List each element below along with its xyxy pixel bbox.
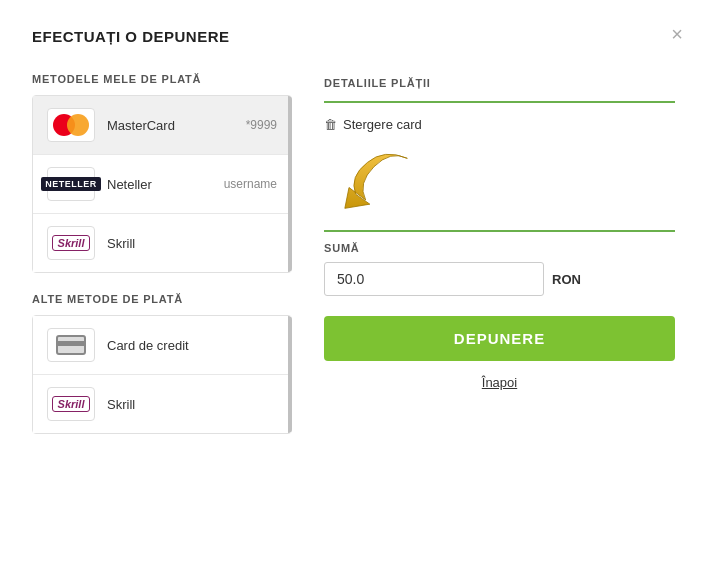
- mastercard-detail: *9999: [246, 118, 277, 132]
- neteller-name: Neteller: [107, 177, 224, 192]
- back-link[interactable]: Înapoi: [324, 375, 675, 390]
- close-button[interactable]: ×: [671, 24, 683, 44]
- skrill2-name: Skrill: [107, 397, 277, 412]
- mc-circle-right: [67, 114, 89, 136]
- arrow-area: [324, 140, 675, 210]
- suma-label: SUMĂ: [324, 230, 675, 254]
- payment-item-neteller[interactable]: NETELLER Neteller username: [33, 155, 291, 214]
- neteller-icon-wrapper: NETELLER: [47, 167, 95, 201]
- my-methods-label: METODELE MELE DE PLATĂ: [32, 73, 292, 85]
- modal-container: × EFECTUAȚI O DEPUNERE METODELE MELE DE …: [0, 0, 707, 578]
- payment-item-skrill[interactable]: Skrill Skrill: [33, 214, 291, 272]
- details-label: DETALIILE PLĂȚII: [324, 77, 431, 89]
- payment-item-mastercard[interactable]: MasterCard *9999: [33, 96, 291, 155]
- mastercard-icon-wrapper: [47, 108, 95, 142]
- delete-row: 🗑 Stergere card: [324, 117, 675, 132]
- modal-title: EFECTUAȚI O DEPUNERE: [32, 28, 675, 45]
- payment-item-creditcard[interactable]: Card de credit: [33, 316, 291, 375]
- right-header: DETALIILE PLĂȚII: [324, 73, 675, 103]
- creditcard-icon: [56, 335, 86, 355]
- neteller-detail: username: [224, 177, 277, 191]
- suma-section: SUMĂ RON DEPUNERE Înapoi: [324, 230, 675, 390]
- deposit-button[interactable]: DEPUNERE: [324, 316, 675, 361]
- mastercard-icon: [53, 114, 89, 136]
- skrill-icon-wrapper: Skrill: [47, 226, 95, 260]
- right-column: DETALIILE PLĂȚII 🗑 Stergere card: [324, 73, 675, 454]
- suma-currency: RON: [552, 272, 581, 287]
- creditcard-name: Card de credit: [107, 338, 277, 353]
- other-methods-list: Card de credit Skrill Skrill: [32, 315, 292, 434]
- suma-input[interactable]: [324, 262, 544, 296]
- skrill-name: Skrill: [107, 236, 277, 251]
- neteller-icon: NETELLER: [41, 177, 101, 191]
- my-methods-list: MasterCard *9999 NETELLER Neteller usern…: [32, 95, 292, 273]
- skrill2-icon: Skrill: [52, 396, 91, 412]
- suma-input-row: RON: [324, 262, 675, 296]
- payment-item-skrill2[interactable]: Skrill Skrill: [33, 375, 291, 433]
- skrill2-icon-wrapper: Skrill: [47, 387, 95, 421]
- delete-card-link[interactable]: Stergere card: [343, 117, 422, 132]
- arrow-icon: [324, 140, 424, 210]
- creditcard-icon-wrapper: [47, 328, 95, 362]
- other-methods-label: ALTE METODE DE PLATĂ: [32, 293, 292, 305]
- skrill-icon: Skrill: [52, 235, 91, 251]
- left-column: METODELE MELE DE PLATĂ MasterCard *9999: [32, 73, 292, 454]
- trash-icon: 🗑: [324, 117, 337, 132]
- mastercard-name: MasterCard: [107, 118, 246, 133]
